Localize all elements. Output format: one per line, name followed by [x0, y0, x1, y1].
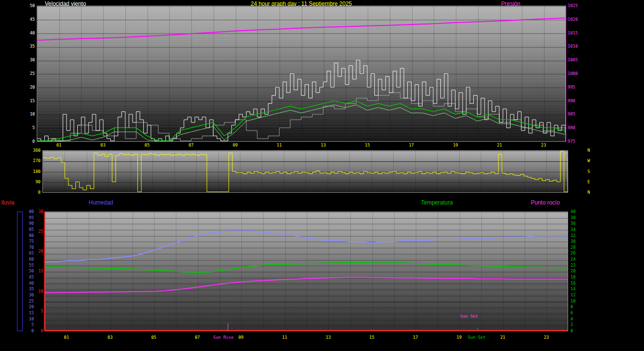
humidity-scale-box [17, 212, 23, 331]
wind-avg-light-line [37, 105, 565, 141]
sunrise-marker-line [228, 323, 228, 331]
wind-pressure-chart [37, 6, 566, 142]
rain-axis: 302520151050 [36, 210, 43, 333]
temperature-axis: 4038363432302826242220181614121086420 [570, 210, 580, 333]
pressure-line [37, 18, 565, 40]
humidity-temperature-chart [45, 212, 568, 331]
compass-axis: NWSEN [587, 148, 597, 195]
temperature-title: Temperatura [421, 200, 453, 205]
top-chart-hour-axis: 010305070911131517192123 [59, 143, 544, 147]
humidity-axis: 0095908580757065605550454035302520151050 [25, 210, 34, 333]
sunset-axis-label: Sun Set [468, 335, 486, 340]
wind-gust-line [37, 60, 565, 141]
weather-24h-graph: Velocidad viento 24 hour graph day : 11 … [0, 0, 644, 351]
sunset-marker-line [478, 328, 478, 331]
rain-title: lluvia [1, 200, 14, 205]
wind-speed-line [37, 93, 565, 141]
wind-speed-axis: 50454035302520151050 [19, 4, 35, 144]
humidity-title: Humedad [89, 200, 113, 205]
sunrise-axis-label: Sun Rise [213, 335, 233, 340]
rain-axis-line [44, 212, 45, 331]
wind-avg-line [37, 101, 565, 141]
wind-direction-axis: 360270180900 [26, 148, 41, 195]
wind-direction-line [43, 151, 568, 192]
wind-pressure-plot [37, 6, 565, 141]
humidity-temperature-plot [45, 212, 568, 331]
dew-point-line [45, 278, 568, 293]
sunset-inner-label: Sun Set [460, 314, 478, 318]
pressure-axis-line [566, 6, 566, 142]
temperature-line [45, 262, 568, 272]
wind-direction-plot [43, 151, 568, 192]
wind-direction-chart [42, 150, 568, 193]
humidity-line [45, 231, 568, 262]
pressure-axis: 102510201015101010051000995990985980975 [568, 4, 586, 144]
dew-point-title: Punto rocío [531, 200, 560, 205]
